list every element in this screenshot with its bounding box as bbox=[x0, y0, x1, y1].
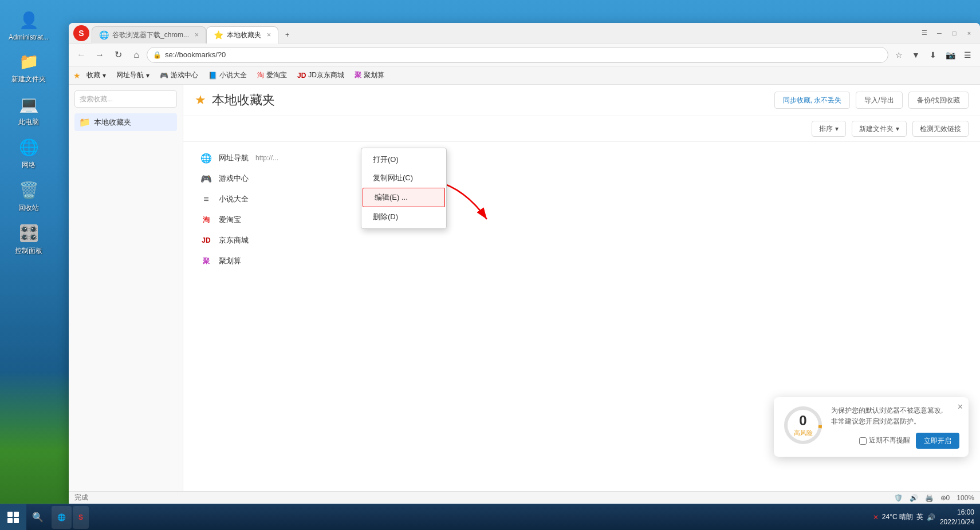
administrator-label: Administrat... bbox=[9, 33, 49, 41]
bm-0-name: 网址导航 bbox=[219, 153, 249, 163]
context-open[interactable]: 打开(O) bbox=[361, 151, 446, 169]
bookmark-jsuanpan[interactable]: 聚 聚划算 bbox=[350, 69, 389, 82]
nav-actions: ☆ ▼ ⬇ 📷 ☰ bbox=[891, 47, 975, 63]
bookmark-taobao[interactable]: 淘 爱淘宝 bbox=[253, 69, 292, 82]
status-right: 🛡️ 🔊 🖨️ ⊕0 100% bbox=[894, 494, 974, 502]
backup-btn[interactable]: 备份/找回收藏 bbox=[908, 92, 969, 109]
bm-0-icon: 🌐 bbox=[200, 152, 212, 164]
bookmark-list-btn[interactable]: ▼ bbox=[908, 47, 924, 63]
bookmark-row-1[interactable]: 🎮 游戏中心 bbox=[195, 168, 969, 189]
sidebar-folder-local[interactable]: 📁 本地收藏夹 bbox=[74, 113, 177, 131]
back-btn[interactable]: ← bbox=[73, 47, 89, 63]
title-bar: S 🌐 谷歌浏览器下载_chrom... × ⭐ 本地收藏夹 × + ☰ ─ bbox=[69, 23, 980, 43]
search-box[interactable]: 搜索收藏... bbox=[74, 90, 177, 108]
search-placeholder: 搜索收藏... bbox=[80, 94, 113, 104]
bookmark-nav[interactable]: 网址导航▾ bbox=[112, 69, 154, 82]
novels-icon: 📘 bbox=[208, 72, 217, 80]
bookmarks-bar: ★ 收藏▾ 网址导航▾ 🎮 游戏中心 📘 小说大全 淘 爱淘宝 JD JD京东商… bbox=[69, 66, 980, 85]
bm-4-name: 京东商城 bbox=[219, 235, 249, 246]
notif-action-btn[interactable]: 立即开启 bbox=[916, 433, 959, 449]
screenshot-btn[interactable]: 📷 bbox=[942, 47, 958, 63]
jsuanpan-label: 聚划算 bbox=[364, 70, 384, 80]
tray-weather: 24°C 晴朗 bbox=[882, 512, 913, 522]
nav-bar: ← → ↻ ⌂ 🔒 se://bookmarks/?0 ☆ ▼ ⬇ 📷 ☰ bbox=[69, 43, 980, 66]
bookmark-list: 🌐 网址导航 http://... 🎮 游戏中心 ≡ 小说大全 淘 爱淘 bbox=[183, 142, 980, 277]
tab-1-close[interactable]: × bbox=[195, 31, 199, 39]
desktop-icon-control-panel[interactable]: 🎛️ 控制面板 bbox=[6, 219, 52, 259]
taskbar-clock[interactable]: 16:00 2022/10/24 bbox=[940, 508, 974, 527]
desktop-icon-recycle-bin[interactable]: 🗑️ 回收站 bbox=[6, 176, 52, 216]
new-folder-dropdown-icon: ▾ bbox=[896, 125, 899, 133]
bookmark-games[interactable]: 🎮 游戏中心 bbox=[155, 69, 203, 82]
import-btn[interactable]: 导入/导出 bbox=[856, 92, 902, 109]
bookmark-collections[interactable]: 收藏▾ bbox=[82, 69, 111, 82]
minimize-btn[interactable]: ─ bbox=[933, 27, 946, 39]
bookmarks-header: ★ 本地收藏夹 同步收藏, 永不丢失 导入/导出 备份/找回收藏 bbox=[183, 85, 980, 116]
refresh-btn[interactable]: ↻ bbox=[110, 47, 126, 63]
context-edit[interactable]: 编辑(E) ... bbox=[363, 188, 445, 207]
browser-logo: S bbox=[73, 25, 89, 41]
close-btn[interactable]: × bbox=[963, 27, 975, 39]
desktop-icon-area: 👤 Administrat... 📁 新建文件夹 💻 此电脑 🌐 网络 🗑️ 回… bbox=[0, 0, 57, 259]
new-tab-button[interactable]: + bbox=[278, 26, 301, 43]
bookmark-row-5[interactable]: 聚 聚划算 bbox=[195, 251, 969, 271]
menu-btn[interactable]: ☰ bbox=[959, 47, 975, 63]
sync-btn[interactable]: 同步收藏, 永不丢失 bbox=[774, 92, 851, 109]
status-zoom: 100% bbox=[957, 494, 974, 502]
administrator-icon: 👤 bbox=[17, 9, 40, 31]
sort-btn[interactable]: 排序 ▾ bbox=[812, 121, 846, 137]
home-btn[interactable]: ⌂ bbox=[128, 47, 144, 63]
desktop-icon-new-folder[interactable]: 📁 新建文件夹 bbox=[6, 47, 52, 87]
new-folder-btn[interactable]: 新建文件夹 ▾ bbox=[852, 121, 907, 137]
status-print-icon: 🖨️ bbox=[925, 494, 934, 502]
tab-2-close[interactable]: × bbox=[267, 31, 271, 39]
tray-sound: 🔊 bbox=[927, 513, 935, 521]
network-label: 网络 bbox=[22, 160, 36, 170]
status-shield-icon: 🛡️ bbox=[894, 494, 903, 502]
bookmark-row-0[interactable]: 🌐 网址导航 http://... bbox=[195, 148, 969, 168]
bm-1-name: 游戏中心 bbox=[219, 173, 249, 184]
notif-actions: 近期不再提醒 立即开启 bbox=[831, 433, 959, 449]
download-btn[interactable]: ⬇ bbox=[925, 47, 941, 63]
novels-label: 小说大全 bbox=[219, 70, 247, 80]
notif-close-btn[interactable]: × bbox=[958, 402, 963, 412]
taskbar-tray: ✕ 24°C 晴朗 英 🔊 16:00 2022/10/24 bbox=[867, 504, 980, 531]
tab-1[interactable]: 🌐 谷歌浏览器下载_chrom... × bbox=[92, 26, 206, 43]
title-controls: ☰ ─ □ × bbox=[918, 27, 975, 39]
maximize-btn[interactable]: □ bbox=[948, 27, 961, 39]
tab-2[interactable]: ⭐ 本地收藏夹 × bbox=[206, 26, 278, 43]
clock-time: 16:00 bbox=[957, 508, 974, 517]
forward-btn[interactable]: → bbox=[92, 47, 108, 63]
taskbar-ie[interactable]: 🌐 bbox=[52, 506, 72, 529]
desktop-icon-administrator[interactable]: 👤 Administrat... bbox=[6, 6, 52, 44]
desktop-icon-network[interactable]: 🌐 网络 bbox=[6, 133, 52, 173]
context-copy-url[interactable]: 复制网址(C) bbox=[361, 169, 446, 187]
bm-2-icon: ≡ bbox=[200, 193, 212, 205]
tray-icons: ✕ 24°C 晴朗 英 🔊 bbox=[873, 512, 935, 522]
new-folder-icon: 📁 bbox=[17, 50, 40, 73]
desktop-icon-my-computer[interactable]: 💻 此电脑 bbox=[6, 90, 52, 130]
context-delete[interactable]: 删除(D) bbox=[361, 208, 446, 226]
bookmark-star-btn[interactable]: ☆ bbox=[891, 47, 907, 63]
nav-label: 网址导航 bbox=[116, 70, 144, 80]
detect-btn[interactable]: 检测无效链接 bbox=[912, 121, 969, 137]
notif-checkbox-input[interactable] bbox=[859, 437, 867, 445]
notif-checkbox[interactable]: 近期不再提醒 bbox=[859, 435, 910, 446]
notif-checkbox-label: 近期不再提醒 bbox=[869, 435, 910, 446]
notification-popup: × 0 高风险 为保护您的默认浏览器不被恶意篡改, 非常建议 bbox=[774, 397, 969, 457]
address-bar[interactable]: 🔒 se://bookmarks/?0 bbox=[147, 47, 888, 63]
taskbar-browser[interactable]: S bbox=[73, 506, 89, 529]
svg-rect-3 bbox=[7, 512, 13, 517]
bookmark-jd[interactable]: JD JD京东商城 bbox=[293, 69, 349, 82]
new-folder-label: 新建文件夹 bbox=[859, 124, 894, 134]
context-menu: 打开(O) 复制网址(C) 编辑(E) ... 删除(D) bbox=[361, 148, 447, 229]
search-btn[interactable]: 🔍 bbox=[27, 507, 48, 528]
bookmark-row-4[interactable]: JD 京东商城 bbox=[195, 230, 969, 251]
control-panel-icon: 🎛️ bbox=[17, 222, 40, 244]
bookmark-row-3[interactable]: 淘 爱淘宝 bbox=[195, 209, 969, 230]
bookmark-row-2[interactable]: ≡ 小说大全 bbox=[195, 189, 969, 209]
start-button[interactable] bbox=[0, 504, 26, 531]
tab-menu-btn[interactable]: ☰ bbox=[918, 27, 931, 39]
network-icon: 🌐 bbox=[17, 136, 40, 159]
bookmark-novels[interactable]: 📘 小说大全 bbox=[204, 69, 251, 82]
